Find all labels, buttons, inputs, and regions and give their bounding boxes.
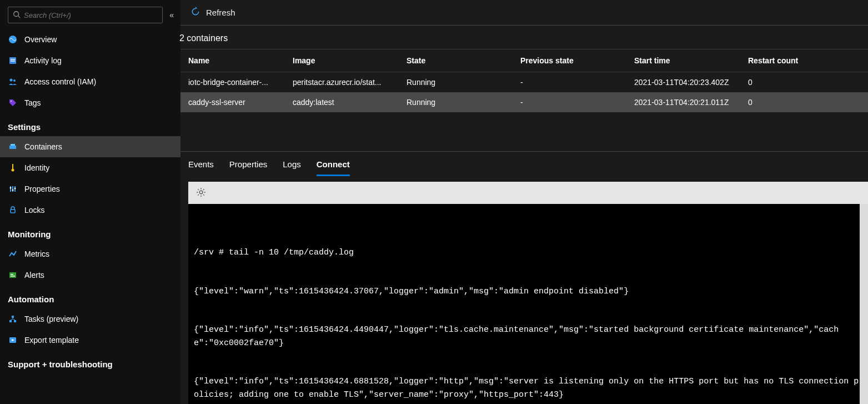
tab-events[interactable]: Events xyxy=(188,152,214,176)
svg-point-6 xyxy=(10,79,13,82)
col-restart-count[interactable]: Restart count xyxy=(741,49,868,72)
search-box[interactable] xyxy=(8,7,163,23)
refresh-label: Refresh xyxy=(206,8,235,17)
sidebar-item-export-template[interactable]: Export template xyxy=(0,330,180,351)
tab-logs[interactable]: Logs xyxy=(283,152,301,176)
globe-icon xyxy=(8,34,18,44)
svg-point-30 xyxy=(199,191,203,194)
terminal-line: {"level":"info","ts":1615436424.6881528,… xyxy=(194,375,862,401)
tasks-icon xyxy=(8,314,18,324)
cell-image: peritstacr.azurecr.io/stat... xyxy=(286,72,400,93)
sidebar-item-tags[interactable]: Tags xyxy=(0,92,180,113)
containers-icon xyxy=(8,142,18,152)
section-header-monitoring: Monitoring xyxy=(0,221,180,243)
detail-tabs: Events Properties Logs Connect xyxy=(180,151,868,176)
sidebar-item-activity-log[interactable]: Activity log xyxy=(0,50,180,71)
sidebar-item-properties[interactable]: Properties xyxy=(0,178,180,199)
tags-icon xyxy=(8,98,18,108)
sidebar-item-locks[interactable]: Locks xyxy=(0,199,180,221)
collapse-sidebar-button[interactable]: « xyxy=(169,11,174,19)
svg-rect-22 xyxy=(12,316,14,318)
col-name[interactable]: Name xyxy=(180,49,286,72)
cell-restart: 0 xyxy=(741,72,868,93)
sidebar-item-overview[interactable]: Overview xyxy=(0,29,180,50)
terminal-line: /srv # tail -n 10 /tmp/caddy.log xyxy=(194,246,862,259)
table-row[interactable]: iotc-bridge-container-... peritstacr.azu… xyxy=(180,72,868,93)
svg-rect-19 xyxy=(9,272,16,278)
svg-point-11 xyxy=(12,169,14,172)
svg-rect-9 xyxy=(9,146,16,149)
section-header-support: Support + troubleshooting xyxy=(0,351,180,373)
sidebar-item-label: Alerts xyxy=(24,271,44,280)
col-state[interactable]: State xyxy=(400,49,514,72)
terminal-scrollbar[interactable] xyxy=(860,204,868,404)
svg-rect-23 xyxy=(9,320,12,322)
refresh-icon xyxy=(190,7,206,18)
toolbar: Refresh xyxy=(180,0,868,26)
col-image[interactable]: Image xyxy=(286,49,400,72)
cell-start: 2021-03-11T04:20:23.402Z xyxy=(628,72,741,93)
svg-rect-21 xyxy=(11,276,15,277)
sidebar-item-identity[interactable]: Identity xyxy=(0,157,180,178)
cell-name: iotc-bridge-container-... xyxy=(180,72,286,93)
cell-restart: 0 xyxy=(741,92,868,112)
sidebar-item-label: Tags xyxy=(24,98,41,107)
terminal-toolbar xyxy=(188,182,868,204)
people-icon xyxy=(8,77,18,87)
terminal[interactable]: /srv # tail -n 10 /tmp/caddy.log {"level… xyxy=(188,204,868,404)
col-previous-state[interactable]: Previous state xyxy=(514,49,628,72)
lock-icon xyxy=(8,205,18,215)
sidebar: « Overview Activity log Access control (… xyxy=(0,0,180,404)
sidebar-item-label: Export template xyxy=(24,336,79,345)
tab-properties[interactable]: Properties xyxy=(229,152,267,176)
section-header-automation: Automation xyxy=(0,286,180,308)
gear-icon[interactable] xyxy=(196,187,206,199)
cell-prev: - xyxy=(514,72,628,93)
svg-line-26 xyxy=(11,319,13,320)
search-icon xyxy=(13,11,24,20)
svg-line-1 xyxy=(18,16,21,18)
refresh-button[interactable]: Refresh xyxy=(190,7,235,18)
activity-log-icon xyxy=(8,56,18,66)
svg-line-27 xyxy=(13,319,15,320)
sidebar-item-containers[interactable]: Containers xyxy=(0,136,180,157)
svg-rect-20 xyxy=(11,274,13,275)
section-header-settings: Settings xyxy=(0,113,180,136)
sidebar-item-label: Access control (IAM) xyxy=(24,77,96,86)
svg-point-0 xyxy=(14,11,19,16)
sidebar-item-alerts[interactable]: Alerts xyxy=(0,265,180,286)
svg-point-8 xyxy=(11,101,12,102)
tab-connect[interactable]: Connect xyxy=(317,152,350,176)
sidebar-item-label: Metrics xyxy=(24,250,49,258)
properties-icon xyxy=(8,184,18,194)
search-row: « xyxy=(0,7,180,29)
sidebar-item-label: Activity log xyxy=(24,56,62,65)
col-start-time[interactable]: Start time xyxy=(628,49,741,72)
svg-rect-10 xyxy=(11,144,15,146)
cell-image: caddy:latest xyxy=(286,92,400,112)
sidebar-item-label: Tasks (preview) xyxy=(24,315,78,323)
search-input[interactable] xyxy=(24,11,158,19)
svg-rect-24 xyxy=(14,320,16,322)
main-panel: Refresh 2 containers Name Image State Pr… xyxy=(180,0,868,404)
metrics-icon xyxy=(8,249,18,259)
cell-name: caddy-ssl-server xyxy=(180,92,286,112)
sidebar-item-label: Identity xyxy=(24,163,49,172)
containers-table: Name Image State Previous state Start ti… xyxy=(180,49,868,112)
export-template-icon xyxy=(8,335,18,345)
table-header-row: Name Image State Previous state Start ti… xyxy=(180,49,868,72)
terminal-line: {"level":"warn","ts":1615436424.37067,"l… xyxy=(194,285,862,298)
sidebar-item-tasks[interactable]: Tasks (preview) xyxy=(0,308,180,330)
cell-state: Running xyxy=(400,92,514,112)
cell-prev: - xyxy=(514,92,628,112)
table-row[interactable]: caddy-ssl-server caddy:latest Running - … xyxy=(180,92,868,112)
svg-rect-4 xyxy=(11,59,15,60)
svg-rect-5 xyxy=(11,61,15,62)
svg-rect-18 xyxy=(11,210,15,213)
sidebar-item-metrics[interactable]: Metrics xyxy=(0,243,180,265)
sidebar-item-label: Locks xyxy=(24,206,45,215)
cell-start: 2021-03-11T04:20:21.011Z xyxy=(628,92,741,112)
sidebar-item-access-control[interactable]: Access control (IAM) xyxy=(0,71,180,92)
containers-count: 2 containers xyxy=(179,26,868,49)
svg-point-16 xyxy=(12,189,14,191)
